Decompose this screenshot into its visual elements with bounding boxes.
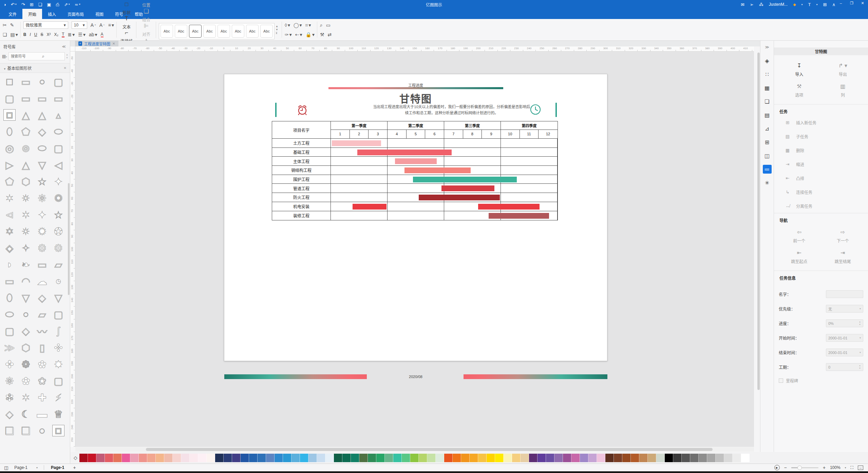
color-swatch[interactable]	[190, 454, 198, 462]
library-shape[interactable]: ⬯	[1, 125, 18, 138]
table-icon[interactable]: ⊞	[763, 138, 772, 146]
library-shape[interactable]: ▢	[1, 324, 18, 338]
color-swatch[interactable]	[79, 454, 88, 462]
line-spacing-icon[interactable]: ≣▾	[68, 32, 75, 37]
collapse-panel-icon[interactable]: ≫	[763, 43, 772, 52]
library-shape[interactable]: ◠	[18, 274, 34, 288]
style-gallery-item[interactable]: Abc	[232, 25, 244, 38]
chart-icon[interactable]: ⊿	[763, 124, 772, 133]
share-nodes-icon[interactable]: ⁂	[759, 2, 763, 7]
pen-icon[interactable]: ✑▾	[285, 32, 292, 37]
library-shape[interactable]: ▢	[50, 374, 67, 388]
style-gallery-item[interactable]: Abc	[189, 25, 202, 38]
theme-caret-icon[interactable]: ▾	[816, 3, 818, 6]
gantt-bar[interactable]	[489, 213, 549, 219]
library-shape[interactable]: ◇	[34, 291, 50, 304]
color-swatch[interactable]	[232, 454, 241, 462]
color-swatch[interactable]	[453, 454, 461, 462]
page-tab[interactable]: Page-1	[48, 465, 68, 470]
color-swatch[interactable]	[665, 454, 673, 462]
color-swatch[interactable]	[207, 454, 215, 462]
color-swatch[interactable]	[198, 454, 207, 462]
library-icon[interactable]: ▤▾	[2, 54, 7, 59]
panel-button-选项[interactable]: ⚒选项	[777, 80, 821, 101]
panel-button-导入[interactable]: ↧导入	[777, 59, 821, 80]
menu-tab-页面布局[interactable]: 页面布局	[62, 9, 90, 19]
library-shape[interactable]: ◇	[18, 324, 34, 338]
task-action-分离任务[interactable]: ↮分离任务	[774, 199, 868, 213]
close-button[interactable]: ✕	[857, 0, 868, 6]
library-shape[interactable]: □	[1, 75, 18, 88]
menu-tab-插入[interactable]: 插入	[42, 9, 62, 19]
library-shape[interactable]: ▢	[1, 92, 18, 105]
symbol-search-input[interactable]	[11, 54, 42, 58]
nav-button-前一个[interactable]: ⇦前一个	[777, 226, 821, 247]
gantt-bar[interactable]	[404, 167, 471, 173]
color-swatch[interactable]	[444, 454, 453, 462]
footer-gradient-right[interactable]	[464, 374, 607, 379]
font-family-select[interactable]: 微软雅黑▾	[23, 21, 68, 29]
library-shape[interactable]: ☁	[34, 274, 50, 288]
color-swatch[interactable]	[266, 454, 275, 462]
gallery-arrow-icon[interactable]: ▼	[276, 28, 278, 31]
gantt-bar[interactable]	[441, 185, 494, 191]
library-shape[interactable]: ▭	[1, 274, 18, 288]
color-swatch[interactable]	[224, 454, 232, 462]
library-shape[interactable]: ✡	[1, 224, 18, 238]
zoom-caret-icon[interactable]: ▾	[845, 466, 846, 469]
color-swatch[interactable]	[275, 454, 283, 462]
bullet-list-icon[interactable]: ☰▾	[78, 32, 86, 37]
color-swatch[interactable]	[300, 454, 308, 462]
library-shape[interactable]: △	[18, 158, 34, 172]
library-shape[interactable]: ◁	[50, 158, 67, 172]
color-swatch[interactable]	[130, 454, 139, 462]
gantt-task-row[interactable]: 管道工程	[272, 184, 558, 193]
color-swatch[interactable]	[504, 454, 512, 462]
color-swatch[interactable]	[351, 454, 359, 462]
library-shape[interactable]: ▢	[50, 141, 67, 155]
color-swatch[interactable]	[325, 454, 334, 462]
subscript-icon[interactable]: X₂	[54, 32, 59, 37]
library-shape[interactable]: ▭	[18, 92, 34, 105]
color-swatch[interactable]	[622, 454, 631, 462]
color-swatch[interactable]	[537, 454, 546, 462]
gantt-bar[interactable]	[353, 204, 386, 210]
color-swatch[interactable]	[291, 454, 300, 462]
substitute-icon[interactable]: ⇄	[328, 32, 332, 37]
color-swatch[interactable]	[580, 454, 588, 462]
theme-icon[interactable]: T	[808, 2, 811, 7]
task-action-插入新任务[interactable]: ⊞插入新任务	[774, 116, 868, 130]
gantt-task-row[interactable]: 主体工程	[272, 157, 558, 166]
library-shape[interactable]: △	[18, 108, 34, 122]
cut-icon[interactable]: ✂	[3, 23, 7, 27]
arrange-button-对齐[interactable]: ⊫对齐	[139, 22, 153, 37]
library-shape[interactable]: ⊲	[1, 208, 18, 221]
user-caret-icon[interactable]: ▾	[801, 3, 803, 6]
style-gallery-item[interactable]: Abc	[161, 25, 173, 38]
library-shape[interactable]: ◌	[34, 424, 50, 437]
scroll-down-icon[interactable]: ∨	[66, 56, 68, 59]
library-shape[interactable]: ✶	[1, 191, 18, 205]
library-shape[interactable]: ❑	[18, 424, 34, 437]
color-swatch[interactable]	[588, 454, 597, 462]
tab-close-icon[interactable]: ✕	[112, 42, 115, 45]
library-shape[interactable]: ♕	[50, 407, 67, 421]
line-style-icon[interactable]: ⇠▾	[295, 32, 302, 37]
library-shape[interactable]: ☆	[50, 208, 67, 221]
task-action-删除[interactable]: ▦删除	[774, 143, 868, 157]
color-swatch[interactable]	[495, 454, 504, 462]
name-input[interactable]	[826, 290, 863, 298]
apps-grid-icon[interactable]: ⊞	[823, 2, 827, 7]
color-swatch[interactable]	[563, 454, 571, 462]
task-action-凸排[interactable]: ⇤凸排	[774, 171, 868, 185]
color-swatch[interactable]	[96, 454, 105, 462]
font-color-icon[interactable]: A	[101, 32, 103, 37]
library-shape[interactable]: ▵	[50, 108, 67, 122]
gantt-task-row[interactable]: 围护工程	[272, 175, 558, 184]
gallery-arrow-icon[interactable]: ▲	[276, 25, 278, 28]
menu-tab-视图[interactable]: 视图	[90, 9, 109, 19]
library-shape[interactable]: ○	[18, 308, 34, 321]
align-icon[interactable]: ≡▾	[108, 23, 114, 27]
zoom-in-button[interactable]: +	[823, 465, 826, 470]
gantt-task-row[interactable]: 钢结构工程	[272, 166, 558, 175]
